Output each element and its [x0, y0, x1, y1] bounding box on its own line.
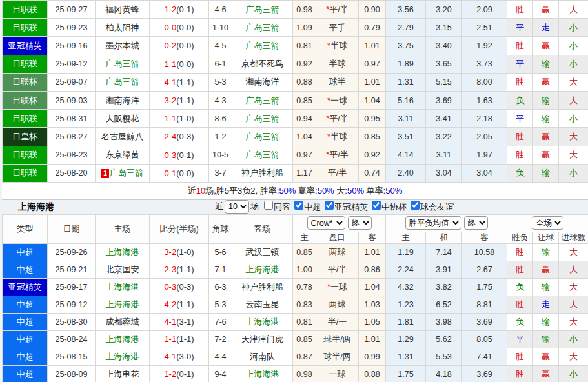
asia-handicap: 两球 [316, 296, 359, 313]
half-time-score: (1-1) [176, 77, 194, 87]
asia-handicap: 球半/两 [316, 330, 359, 348]
asia-home-odds: 1.17 [293, 164, 316, 182]
result-goals: 小 [559, 110, 588, 128]
shanghai-port-matches-table: 类型 日期 主场 比分(半场) 角球 客场 Crow*终 胜平负均值终 全场 主… [2, 214, 588, 382]
asia-handicap: *平/半 [316, 146, 359, 164]
match-date: 25-08-09 [48, 365, 96, 382]
asia-home-odds: 1.04 [293, 128, 316, 146]
away-team-name: 上海海港 [246, 317, 279, 327]
asia-away-odds: 0.88 [359, 365, 386, 382]
away-team-name: 神户胜利船 [241, 282, 283, 292]
away-team: 神户胜利船 [232, 278, 293, 296]
asia-final-select[interactable]: 终 [348, 216, 372, 230]
result-goals: 小 [559, 330, 588, 348]
full-time-score: 3-2 [164, 247, 176, 257]
match-row: 日联杯25-09-07广岛三箭4-1(1-1)5-3湘南海洋0.88球半1.01… [3, 73, 588, 91]
euro-home-odds: 1.89 [386, 55, 426, 73]
asia-away-odds: 0.97 [359, 55, 386, 73]
full-time-score: 0-3 [164, 282, 176, 292]
half-time-score: (0-1) [176, 369, 194, 379]
corner-score: 4-6 [209, 1, 232, 19]
away-team-name: 上海海港 [246, 265, 279, 274]
away-team-name: 湘南海洋 [246, 77, 279, 86]
result-win-draw-loss: 胜 [507, 128, 533, 146]
result-goals: 大 [559, 128, 588, 146]
away-team: 上海海港 [232, 365, 293, 382]
match-row: 日职联25-09-27福冈黄蜂1-2(0-1)4-6广岛三箭0.98*平/半0.… [3, 1, 588, 19]
home-team: 广岛三箭 [96, 55, 150, 73]
score: 2-3(1-1) [150, 261, 209, 278]
away-team: 广岛三箭 [232, 19, 293, 37]
league-badge: 中超 [3, 261, 48, 278]
result-goals: 小 [559, 55, 588, 73]
home-team-name: 上海海港 [106, 334, 139, 344]
home-team-name: 上海海港 [106, 247, 139, 257]
score: 1-1(1-1) [150, 330, 209, 348]
asia-home-odds: 1.00 [293, 261, 316, 278]
filter-checkbox[interactable] [411, 201, 420, 210]
result-win-draw-loss: 胜 [507, 243, 533, 261]
asia-home-odds: 0.85 [293, 91, 316, 109]
league-badge: 日职联 [3, 55, 48, 73]
euro-away-odds: 8.81 [462, 296, 507, 313]
euro-home-odds: 1.75 [386, 365, 426, 382]
handicap-line: 平/半 [328, 168, 347, 177]
scope-select[interactable]: 全场 [532, 216, 563, 230]
home-team: 上海海港 [96, 243, 150, 261]
euro-away-odds: 2.18 [462, 110, 507, 128]
away-team-name: 广岛三箭 [246, 132, 279, 141]
corner-score: 1-2 [209, 128, 232, 146]
result-handicap: 赢 [533, 348, 559, 365]
euro-draw-odds: 5.15 [426, 73, 462, 91]
filter-checkbox[interactable] [294, 201, 303, 210]
euro-away-odds: 3.69 [462, 313, 507, 330]
home-team-name: 广岛三箭 [110, 168, 143, 177]
sub-col-header: 主 [386, 232, 426, 243]
euro-home-odds: 5.16 [386, 91, 426, 109]
result-goals: 大 [559, 1, 588, 19]
league-badge: 中超 [3, 296, 48, 313]
handicap-line: 一球 [330, 96, 347, 105]
handicap-line: 球半/两 [323, 352, 351, 361]
filter-checkbox[interactable] [372, 201, 381, 210]
result-win-draw-loss: 负 [507, 278, 533, 296]
result-goals: 大 [559, 313, 588, 330]
euro-draw-odds: 3.20 [426, 1, 462, 19]
record-summary: 近10场,胜5平3负2, 胜率:50% 赢率:50% 大:50% 单率:50% [2, 183, 588, 199]
result-handicap: 输 [533, 243, 559, 261]
euro-odds-select-group: 胜平负均值终 [386, 214, 507, 232]
asia-handicap: 平手 [316, 19, 359, 37]
match-date: 25-08-23 [48, 146, 96, 164]
euro-home-odds: 2.40 [386, 164, 426, 182]
odds-company-select[interactable]: Crow* [307, 216, 345, 230]
euro-draw-odds: 3.69 [426, 91, 462, 109]
euro-final-select[interactable]: 终 [464, 216, 488, 230]
result-handicap: 赢 [533, 261, 559, 278]
euro-average-select[interactable]: 胜平负均值 [405, 216, 461, 230]
col-header-corner: 角球 [209, 214, 232, 243]
match-row: 亚冠精英25-09-16墨尔本城0-2(0-0)4-5广岛三箭0.81*半球1.… [3, 37, 588, 55]
result-goals: 大 [559, 73, 588, 91]
handicap-line: 平/半 [329, 5, 349, 14]
score: 4-1(1-1) [150, 73, 209, 91]
half-time-score: (0-0) [176, 168, 194, 178]
result-handicap: 输 [533, 313, 559, 330]
filter-checkbox[interactable] [264, 201, 273, 210]
asia-handicap: *平/半 [316, 110, 359, 128]
euro-draw-odds: 5.62 [426, 330, 462, 348]
score: 0-2(0-0) [150, 37, 209, 55]
home-team-name: 广岛三箭 [106, 77, 139, 86]
filter-checkbox[interactable] [325, 201, 334, 210]
away-team-name: 云南玉昆 [246, 299, 279, 309]
home-team: 上海海港 [96, 330, 150, 348]
match-count-select[interactable]: 10 [225, 200, 249, 214]
euro-away-odds: 10.58 [462, 243, 507, 261]
col-header-type: 类型 [3, 214, 48, 243]
away-team: 广岛三箭 [232, 110, 293, 128]
handicap-line: 平/半 [329, 150, 349, 159]
home-team: 1广岛三箭 [96, 164, 150, 182]
handicap-line: 两球 [329, 247, 346, 257]
handicap-line: 球半/两 [323, 334, 351, 344]
full-time-score: 4-2 [164, 299, 176, 309]
sub-col-header: 盘口 [316, 232, 359, 243]
